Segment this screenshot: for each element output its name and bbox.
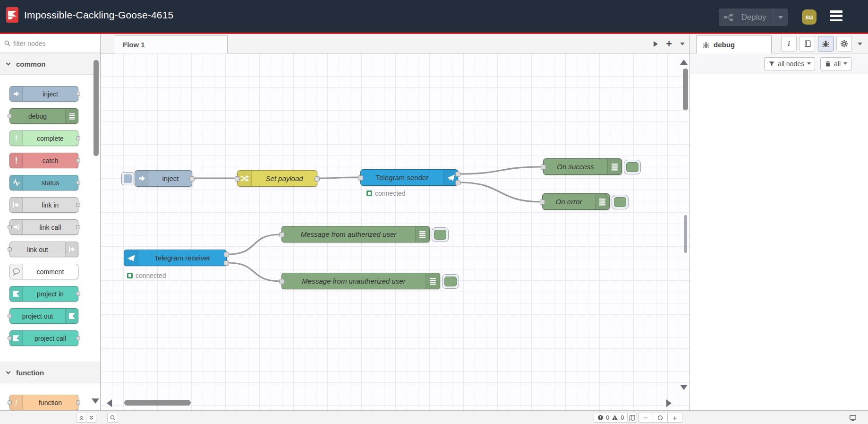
palette-category-function[interactable]: function bbox=[0, 362, 100, 383]
vertical-scrollbar-thumb[interactable] bbox=[683, 69, 688, 110]
deploy-caret-icon[interactable] bbox=[778, 16, 783, 19]
output-port[interactable] bbox=[189, 176, 195, 182]
palette-node-complete[interactable]: complete bbox=[9, 130, 78, 146]
input-port bbox=[8, 114, 12, 118]
scroll-left-button[interactable] bbox=[107, 399, 112, 409]
node-on-error[interactable]: On error bbox=[542, 193, 610, 210]
output-port-1[interactable] bbox=[224, 252, 229, 257]
palette-search-input[interactable] bbox=[13, 40, 84, 47]
notification-counts[interactable]: 0 0 bbox=[594, 413, 628, 423]
debug-filter-button[interactable]: all nodes bbox=[764, 57, 815, 70]
debug-clear-button[interactable]: all bbox=[820, 57, 851, 70]
deploy-button[interactable]: Deploy bbox=[719, 9, 788, 26]
palette-node-project-out[interactable]: project out bbox=[9, 308, 78, 324]
output-port bbox=[76, 92, 80, 96]
main-menu-button[interactable] bbox=[830, 10, 842, 21]
wire[interactable] bbox=[459, 167, 542, 174]
palette-node-debug[interactable]: debug bbox=[9, 108, 78, 124]
horizontal-scrollbar-thumb[interactable] bbox=[124, 400, 191, 406]
nr-icon bbox=[12, 290, 20, 298]
palette-node-inject[interactable]: inject bbox=[9, 86, 78, 102]
zoom-reset-button[interactable] bbox=[653, 413, 668, 423]
node-inject[interactable]: inject bbox=[135, 170, 192, 187]
node-label: Message from unautherized user bbox=[282, 273, 425, 289]
tab-debug[interactable]: debug bbox=[696, 35, 772, 53]
deploy-icon bbox=[723, 13, 734, 22]
input-port[interactable] bbox=[279, 232, 284, 237]
output-port-2[interactable] bbox=[455, 180, 460, 185]
zoom-out-button[interactable]: − bbox=[638, 413, 653, 423]
debug-toggle-button[interactable] bbox=[624, 160, 641, 174]
palette-category-common[interactable]: common bbox=[0, 53, 100, 75]
palette-node-label: catch bbox=[23, 153, 78, 168]
palette-node-label: status bbox=[23, 175, 78, 190]
zoom-in-button[interactable]: + bbox=[668, 413, 682, 423]
palette-scroll-down-icon[interactable] bbox=[92, 397, 99, 406]
palette-node-label: project call bbox=[23, 331, 78, 346]
node-set-payload[interactable]: Set payload bbox=[237, 170, 317, 187]
navigator-button[interactable] bbox=[627, 413, 637, 423]
palette-node-link-out[interactable]: link out bbox=[9, 242, 78, 257]
scroll-up-button[interactable] bbox=[680, 58, 688, 67]
canvas-search-button[interactable] bbox=[107, 413, 118, 423]
palette-scrollbar-thumb[interactable] bbox=[94, 60, 99, 156]
input-port[interactable] bbox=[358, 175, 363, 181]
input-port[interactable] bbox=[541, 164, 546, 170]
node-label: Set payload bbox=[252, 171, 317, 186]
filter-icon bbox=[768, 61, 775, 67]
input-port[interactable] bbox=[540, 199, 545, 205]
palette-collapse-all-button[interactable] bbox=[76, 413, 86, 423]
wire[interactable] bbox=[228, 234, 281, 254]
flow-canvas[interactable]: injectSet payloadTelegram senderOn succe… bbox=[101, 53, 689, 410]
node-msg-auth[interactable]: Message from autherized user bbox=[281, 226, 430, 242]
scroll-down-button[interactable] bbox=[680, 383, 688, 392]
node-icon-region bbox=[425, 273, 440, 289]
input-port[interactable] bbox=[279, 279, 284, 284]
arrow-in-icon bbox=[137, 174, 146, 183]
palette-expand-all-button[interactable] bbox=[86, 413, 96, 423]
open-debug-window-button[interactable] bbox=[847, 413, 859, 423]
vertical-scrollbar-thumb-secondary[interactable] bbox=[684, 215, 687, 253]
wire[interactable] bbox=[459, 182, 541, 202]
node-label: Message from autherized user bbox=[282, 226, 415, 242]
output-port-1[interactable] bbox=[455, 172, 460, 177]
output-port[interactable] bbox=[315, 176, 320, 182]
flow-list-caret-icon[interactable] bbox=[680, 43, 685, 45]
user-avatar[interactable]: su bbox=[802, 9, 817, 25]
open-quick-add-icon[interactable] bbox=[654, 41, 658, 47]
debug-toggle-button[interactable] bbox=[612, 195, 629, 209]
scroll-right-button[interactable] bbox=[666, 399, 672, 409]
tab-flow-1[interactable]: Flow 1 bbox=[115, 35, 228, 53]
arrow-in-icon bbox=[12, 90, 20, 98]
input-port[interactable] bbox=[235, 176, 240, 182]
palette-node-status[interactable]: status bbox=[9, 175, 78, 190]
debug-toggle-button[interactable] bbox=[442, 274, 459, 289]
node-msg-unauth[interactable]: Message from unautherized user bbox=[281, 273, 440, 289]
palette-node-function[interactable]: ffunction bbox=[9, 395, 78, 410]
gear-tab-button[interactable] bbox=[836, 36, 852, 52]
palette-node-link-call[interactable]: link call bbox=[9, 219, 78, 235]
node-icon-region bbox=[595, 194, 609, 209]
node-icon-region bbox=[607, 159, 621, 174]
book-tab-button[interactable] bbox=[800, 36, 815, 52]
palette-node-link-in[interactable]: link in bbox=[9, 197, 78, 213]
palette-node-catch[interactable]: catch bbox=[9, 153, 78, 168]
wire[interactable] bbox=[228, 263, 281, 281]
info-tab-button[interactable]: i bbox=[781, 36, 797, 52]
debug-toggle-button[interactable] bbox=[432, 227, 449, 242]
bug-tab-button[interactable] bbox=[818, 36, 834, 52]
node-telegram-receiver[interactable]: Telegram receiver bbox=[124, 250, 227, 266]
chevron-down-icon bbox=[6, 369, 11, 374]
wire[interactable] bbox=[318, 177, 359, 178]
palette-node-project-in[interactable]: project in bbox=[9, 286, 78, 302]
output-port-2[interactable] bbox=[224, 260, 229, 266]
node-telegram-sender[interactable]: Telegram sender bbox=[360, 169, 458, 186]
inject-button[interactable] bbox=[121, 172, 134, 185]
add-flow-button[interactable]: + bbox=[666, 39, 672, 49]
debug-filter-label: all nodes bbox=[778, 60, 804, 68]
palette-node-comment[interactable]: comment bbox=[9, 264, 78, 279]
palette-search[interactable] bbox=[0, 34, 100, 53]
sidebar-menu-caret-icon[interactable] bbox=[858, 43, 862, 45]
node-on-success[interactable]: On success bbox=[543, 158, 622, 175]
palette-node-project-call[interactable]: project call bbox=[9, 330, 78, 346]
